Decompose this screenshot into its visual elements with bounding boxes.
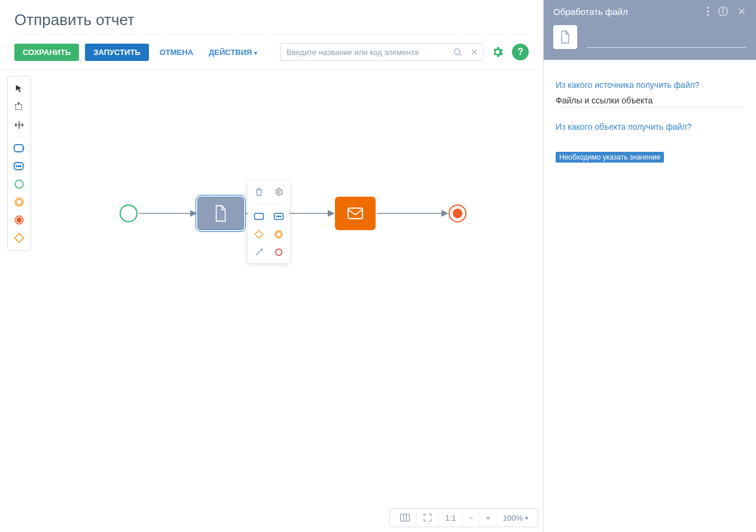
zoom-in-button[interactable]: + <box>479 509 496 527</box>
add-end-event-icon[interactable] <box>273 246 285 258</box>
svg-point-39 <box>723 9 724 10</box>
more-menu-icon[interactable] <box>707 7 709 16</box>
help-icon[interactable]: ? <box>512 44 529 60</box>
clear-search-icon[interactable] <box>466 44 483 60</box>
subprocess-shape-icon[interactable] <box>11 158 28 175</box>
start-node[interactable] <box>120 204 138 222</box>
svg-point-34 <box>707 7 709 8</box>
field-source-value[interactable]: Файлы и ссылки объекта <box>556 93 744 108</box>
popover-separator <box>252 204 285 204</box>
toggle-panels-icon[interactable] <box>394 509 416 527</box>
gateway-shape-icon[interactable] <box>11 230 28 246</box>
tool-palette <box>7 76 31 251</box>
end-event-icon[interactable] <box>11 212 28 228</box>
add-intermediate-event-icon[interactable] <box>273 228 285 240</box>
svg-point-7 <box>16 166 17 167</box>
validation-warning: Необходимо указать значение <box>556 152 664 163</box>
delete-icon[interactable] <box>253 186 265 198</box>
zoom-level-dropdown[interactable]: 100% ▾ <box>496 509 534 527</box>
add-connector-icon[interactable] <box>253 246 265 258</box>
svg-point-20 <box>278 191 280 193</box>
caret-down-icon: ▾ <box>525 515 528 521</box>
configure-icon[interactable] <box>273 186 285 198</box>
info-icon[interactable] <box>718 6 728 17</box>
add-task-icon[interactable] <box>253 210 265 222</box>
panel-header: Обработать файл <box>544 0 756 60</box>
svg-line-1 <box>459 54 461 56</box>
mail-icon <box>347 207 363 219</box>
pan-tool-icon[interactable] <box>11 117 28 133</box>
svg-point-12 <box>17 200 22 205</box>
save-button[interactable]: СОХРАНИТЬ <box>14 44 79 61</box>
panel-title: Обработать файл <box>553 7 628 17</box>
svg-point-24 <box>278 216 279 217</box>
settings-icon[interactable] <box>489 44 506 60</box>
svg-rect-21 <box>254 213 263 220</box>
svg-point-14 <box>17 218 22 222</box>
caret-down-icon: ▾ <box>254 50 257 56</box>
field-source-label: Из какого источника получить файл? <box>556 80 744 90</box>
lasso-tool-icon[interactable] <box>11 99 28 115</box>
start-event-icon[interactable] <box>11 176 28 192</box>
document-icon <box>213 204 228 222</box>
process-diagram <box>114 189 478 237</box>
page-title: Отправить отчет <box>14 11 543 29</box>
intermediate-event-icon[interactable] <box>11 194 28 210</box>
field-object-label: Из какого объекта получить файл? <box>556 122 744 132</box>
palette-separator <box>11 136 28 137</box>
canvas-statusbar: 1:1 − + 100% ▾ <box>389 508 538 527</box>
end-node[interactable] <box>449 204 467 222</box>
svg-rect-4 <box>16 105 22 110</box>
svg-rect-31 <box>401 514 410 521</box>
node-name-input[interactable] <box>587 26 746 48</box>
document-icon <box>559 30 571 44</box>
send-mail-node[interactable] <box>335 197 376 230</box>
cancel-button[interactable]: ОТМЕНА <box>155 44 198 61</box>
svg-rect-26 <box>255 230 263 238</box>
node-type-thumbnail <box>553 25 577 49</box>
search-box <box>280 43 483 61</box>
properties-panel: Обработать файл Из како <box>543 0 756 532</box>
close-panel-icon[interactable] <box>737 7 746 16</box>
svg-point-8 <box>18 166 19 167</box>
zoom-out-button[interactable]: − <box>462 509 480 527</box>
search-icon[interactable] <box>449 44 466 60</box>
flow-connectors <box>114 189 484 237</box>
canvas[interactable]: 1:1 − + 100% ▾ <box>0 69 543 532</box>
actions-label: ДЕЙСТВИЯ <box>209 48 252 57</box>
svg-rect-19 <box>348 208 362 218</box>
node-toolbar <box>248 181 289 263</box>
add-subprocess-icon[interactable] <box>273 210 285 222</box>
svg-rect-5 <box>14 145 23 152</box>
svg-point-28 <box>276 232 281 237</box>
svg-point-9 <box>20 166 22 167</box>
pointer-tool-icon[interactable] <box>11 81 28 97</box>
panel-body: Из какого источника получить файл? Файлы… <box>544 60 756 181</box>
zoom-level-label: 100% <box>503 513 523 522</box>
svg-point-25 <box>280 216 281 217</box>
search-input[interactable] <box>281 48 449 57</box>
task-shape-icon[interactable] <box>11 140 28 157</box>
run-button[interactable]: ЗАПУСТИТЬ <box>85 44 148 61</box>
actions-dropdown[interactable]: ДЕЙСТВИЯ ▾ <box>204 44 262 61</box>
svg-point-0 <box>455 49 460 54</box>
svg-point-30 <box>275 249 282 256</box>
fit-to-screen-icon[interactable] <box>416 509 438 527</box>
svg-point-35 <box>707 10 709 12</box>
process-file-node[interactable] <box>197 197 244 230</box>
svg-rect-15 <box>15 234 24 243</box>
zoom-reset-button[interactable]: 1:1 <box>438 509 462 527</box>
svg-line-29 <box>255 249 262 256</box>
svg-point-36 <box>707 14 709 16</box>
main-toolbar: СОХРАНИТЬ ЗАПУСТИТЬ ОТМЕНА ДЕЙСТВИЯ ▾ ? <box>0 35 543 69</box>
svg-point-23 <box>276 216 278 217</box>
svg-point-10 <box>15 180 23 188</box>
add-gateway-icon[interactable] <box>253 228 265 240</box>
